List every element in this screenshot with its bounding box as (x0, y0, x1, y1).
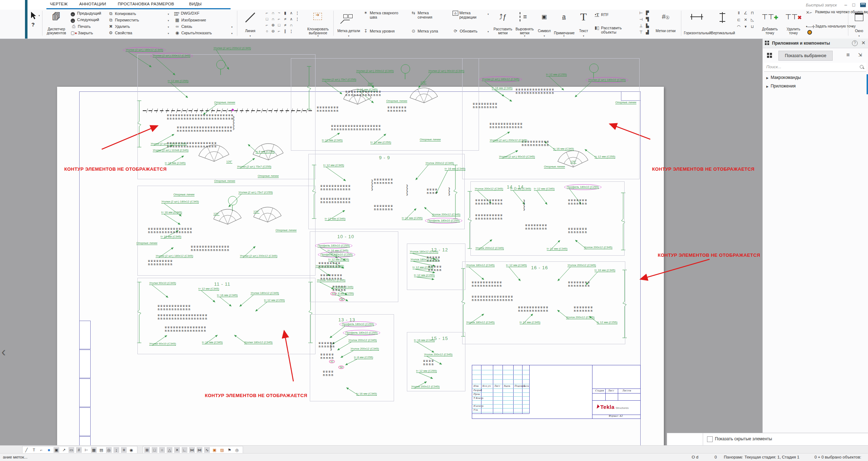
circle-filter-icon[interactable]: ○ (159, 447, 165, 453)
drawing-label[interactable]: t= 12 мм (С255) (414, 274, 435, 277)
drawing-label[interactable]: Уголки (2 шт.) 75х7 (С255) (238, 191, 273, 194)
grid-light-tool-icon[interactable]: ▤ (99, 447, 104, 453)
drawing-label[interactable]: Уголок 180х12 (С345) (466, 264, 495, 267)
drawing-label[interactable]: t= 8 мм (С255) (335, 292, 354, 295)
minimize-button[interactable]: – (844, 2, 847, 7)
drawing-label[interactable]: t= 16 мм (С345) (492, 86, 513, 90)
sketch-tool-icon[interactable]: ~ (276, 10, 282, 16)
drawing-label[interactable]: t= 12 мм (С345) (520, 321, 540, 324)
drawing-label[interactable]: Уголок 200х12 (С345) (425, 161, 454, 165)
drawing-label[interactable]: t= 12 мм (С345) (198, 287, 219, 291)
note-button[interactable]: a Примечание ▾ (554, 10, 574, 38)
drawing-label[interactable]: t= 12 мм (С255) (402, 216, 423, 220)
place-marks-button[interactable]: ⤴ƒ Расставить метки (493, 10, 513, 38)
drawing-label[interactable]: Профиль 180х10 (С255) (345, 331, 378, 335)
sketch-tool-icon[interactable]: ∠ (743, 10, 748, 16)
drawing-label[interactable]: t= 16 мм (С345) (165, 161, 186, 165)
sketch-tool-icon[interactable]: ≠ (282, 16, 288, 22)
drawing-label[interactable]: t= 16 мм (С345) (357, 88, 378, 91)
drawing-label[interactable]: t= 12 мм (С255) (413, 266, 433, 269)
drawing-label[interactable]: Уголки (2 шт.) 200х12 (С345) (356, 69, 394, 73)
arrange-objects-button[interactable]: ▮▯Расставить объекты (594, 26, 637, 32)
drawing-label[interactable]: Уголок 200х12 (С345) (432, 213, 460, 216)
window-menu-button[interactable]: Окно ▾ (851, 10, 867, 38)
clone-selected-button[interactable]: ➜ Клонировать выбранное ▾ (306, 10, 330, 38)
sketch-tool-icon[interactable]: ▾ (743, 24, 748, 29)
sketch-tool-icon[interactable]: ⊏ (736, 17, 742, 22)
drawing-label[interactable]: Опорные линии (214, 101, 235, 104)
sketch-tool-icon[interactable]: ⌐ (276, 28, 282, 34)
properties-caret[interactable]: ▾ (168, 32, 169, 35)
revision-cloud[interactable]: Профиль 180х10 (С255) (425, 218, 462, 224)
drawing-label[interactable]: Уголки (2 шт.) 90х10 (С345) (428, 69, 464, 73)
red-annotation-text[interactable]: КОНТУР ЭЛЕМЕНТОВ НЕ ОТОБРАЖАЕТСЯ (652, 166, 755, 172)
status-pan[interactable]: Панорама (724, 455, 742, 459)
delete-caret[interactable]: ▾ (168, 26, 169, 29)
ga-dimensions-button[interactable]: ✕⌐ Размеры на чертеже общего вида (806, 10, 813, 16)
tab-dimensioning[interactable]: ПРОСТАНОВКА РАЗМЕРОВ (118, 2, 174, 6)
dimension-text[interactable]: 92 (330, 292, 336, 295)
sketch-tool-icon[interactable]: ⊓ (750, 10, 755, 16)
drawing-label[interactable]: t= 12 мм (С255) (370, 141, 391, 144)
drawing-label[interactable]: 126° (253, 210, 259, 214)
tab-views[interactable]: ВИДЫ (189, 2, 202, 6)
drawing-label[interactable]: Уголки (2 шт.) 180х12 (С345) (482, 77, 519, 81)
crossed-box-filter-icon[interactable]: ⊠ (144, 447, 150, 453)
revision-cloud[interactable]: Уголки (2 шт.) 200х12 (С345) (150, 53, 193, 59)
revision-cloud[interactable]: Уголки (2 шт.) 180х10 (С345) (586, 77, 628, 83)
drawing-label[interactable]: Уголки (2 шт.) 180х10 (С345) (588, 78, 626, 82)
drawing-label[interactable]: Уголок 200х12 (С345) (584, 246, 612, 249)
drawing-label[interactable]: Уголки (2 шт.) 90х10 (С345) (151, 142, 187, 146)
drawing-label[interactable]: Уголки (2 шт.) 90х10 (С345) (499, 155, 535, 159)
hourglass-filter-icon[interactable]: ⋈ (189, 447, 195, 453)
apps-grid-icon[interactable] (767, 53, 772, 57)
grid-dense-tool-icon[interactable]: ▦ (91, 447, 97, 453)
zoom-tool-icon[interactable]: ◎ (106, 447, 112, 453)
drawing-label[interactable]: Профиль 180х10 (С255) (318, 244, 350, 247)
help-button[interactable]: ? (31, 21, 35, 27)
drawing-label[interactable]: t= 16 мм (С345) (595, 269, 615, 272)
drawing-label[interactable]: Уголок 200х12 (С345) (566, 316, 595, 319)
drawing-label[interactable]: t= 16 мм (С345) (217, 294, 238, 297)
sketch-tool-icon[interactable]: □ (264, 16, 270, 22)
sketch-tool-icon[interactable]: ∩ (270, 16, 276, 22)
section-mark-button[interactable]: ⇆Метка сечения (410, 11, 450, 17)
help-icon[interactable]: ? (852, 40, 858, 46)
drawing-label[interactable]: 126° (570, 160, 576, 164)
drawing-label[interactable]: t= 8 мм (С255) (354, 356, 373, 359)
drawing-label[interactable]: Уголки (2 шт.) 200х12 (С345) (153, 54, 190, 57)
node-mark-button[interactable]: ⊙Метка узла (410, 29, 438, 35)
drawing-label[interactable]: Уголок 180х12 (С345) (410, 258, 439, 261)
grid-marks-button[interactable]: #Ⓐ Метки сетки (652, 10, 679, 38)
view-title[interactable]: 10 - 10 (337, 234, 354, 239)
sketch-tool-icon[interactable]: Ⅱ (736, 10, 742, 16)
close-icon[interactable]: ✕ (861, 40, 866, 46)
dimension-text[interactable]: 58 (339, 298, 345, 301)
text-tool-icon[interactable]: T (31, 447, 37, 453)
sketch-tool-icon[interactable]: ◺ (750, 17, 755, 22)
drawing-label[interactable]: 126° (420, 81, 427, 84)
panel-collapse-chevron[interactable]: ‹ (1, 346, 6, 359)
note-caret[interactable]: ▾ (554, 34, 574, 38)
drawing-label[interactable]: Опорные линии (544, 165, 565, 169)
drawing-label[interactable]: t= 16 мм (С345) (445, 167, 465, 171)
revision-cloud[interactable]: Уголки (2 шт.) 180х12 (С345) (123, 47, 166, 53)
tree-expand-icon[interactable]: ▶ (766, 76, 768, 80)
wave-filter-icon[interactable]: ∿ (204, 447, 210, 453)
update-button[interactable]: ⟳Обновить (453, 29, 478, 35)
quick-launch[interactable]: Быстрый запуск (806, 3, 837, 7)
sketch-tool-icon[interactable]: ▙ (645, 23, 650, 29)
connector-tool-icon[interactable]: ↨ (113, 447, 119, 453)
show-selected-button[interactable]: Показать выбранное (778, 51, 833, 61)
symbol-caret[interactable]: ▾ (536, 34, 552, 38)
sketch-tool-icon[interactable]: □ (276, 22, 282, 28)
drawing-label[interactable]: Опорные линии (258, 174, 279, 178)
view-title[interactable]: 9 - 9 (379, 155, 390, 160)
drawing-label[interactable]: Опорные линии (136, 241, 157, 245)
revision-cloud[interactable]: Профиль 180х10 (С255) (343, 330, 380, 336)
drawing-label[interactable]: t= 8 мм (С255) (256, 150, 274, 154)
drawing-label[interactable]: t= 12 мм (С255) (328, 258, 349, 261)
view-title[interactable]: 16 - 16 (531, 265, 548, 270)
filled-box-filter-icon[interactable]: ▣ (212, 447, 217, 453)
drawing-label[interactable]: Профиль 180х10 (С255) (342, 322, 374, 326)
